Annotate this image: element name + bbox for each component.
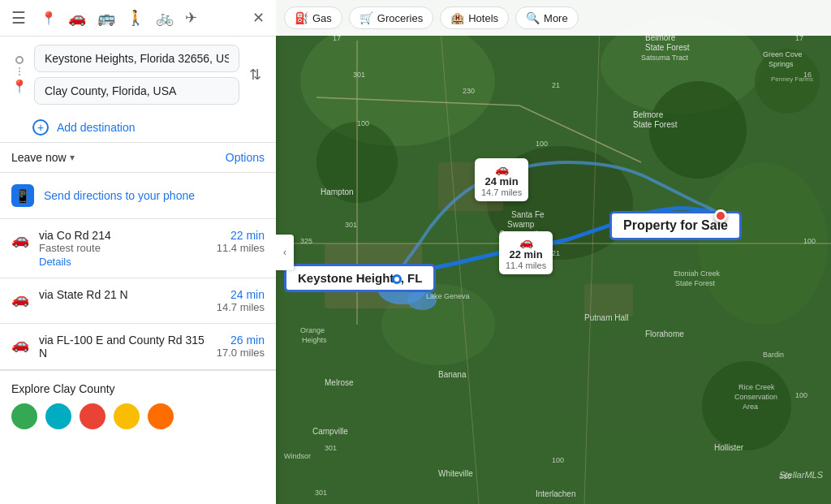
map-filter-bar: ⛽ Gas 🛒 Groceries 🏨 Hotels 🔍 More [276, 0, 831, 36]
explore-dot-2[interactable] [45, 403, 71, 429]
route-sub-1: Fastest route [39, 242, 207, 254]
filter-gas-label: Gas [312, 12, 332, 24]
svg-point-7 [560, 341, 722, 438]
origin-input[interactable] [34, 45, 239, 72]
filter-gas-button[interactable]: ⛽ Gas [284, 6, 342, 29]
gas-icon: ⛽ [295, 11, 308, 24]
svg-text:Hollister: Hollister [714, 443, 744, 452]
svg-text:Conservation: Conservation [734, 393, 777, 401]
route-info-1: via Co Rd 214 Fastest route Details [39, 229, 207, 268]
destination-input[interactable] [34, 77, 239, 105]
svg-text:325: 325 [300, 237, 312, 245]
svg-text:301: 301 [353, 71, 365, 79]
keystone-heights-label: Keystone Heights, FL [284, 264, 436, 292]
route-time-miles-2: 14.7 miles [217, 301, 265, 313]
svg-text:100: 100 [552, 456, 564, 464]
explore-dot-4[interactable] [114, 403, 140, 429]
leave-now-button[interactable]: Leave now ▾ [11, 151, 75, 164]
watermark-label: StellarMLS [779, 470, 823, 480]
route-time-3: 26 min 17.0 miles [217, 334, 265, 359]
route-time-1: 22 min 11.4 miles [217, 229, 265, 254]
callout-time-24: 24 min [484, 175, 518, 187]
destination-map-pin [714, 209, 727, 222]
transport-bike[interactable]: 🚲 [156, 9, 174, 27]
svg-text:Penney Farms: Penney Farms [771, 75, 813, 83]
route-callout-22min: 🚗 22 min 11.4 miles [499, 231, 553, 274]
route-name-3: via FL-100 E and County Rd 315 N [39, 334, 207, 360]
explore-dot-1[interactable] [11, 403, 37, 429]
callout-miles-24: 14.7 miles [481, 187, 522, 197]
left-panel: ☰ 📍 🚗 🚌 🚶 🚲 ✈ ✕ 📍 ⇅ + Add destination [0, 0, 276, 504]
top-bar: ☰ 📍 🚗 🚌 🚶 🚲 ✈ ✕ [0, 0, 276, 37]
map-back-arrow[interactable]: ‹ [276, 235, 294, 270]
leave-now-label: Leave now [11, 151, 67, 164]
options-button[interactable]: Options [226, 151, 265, 164]
svg-text:Springs: Springs [769, 60, 794, 68]
route-inputs: 📍 ⇅ [0, 37, 276, 113]
explore-dot-3[interactable] [80, 403, 105, 429]
explore-dot-5[interactable] [148, 403, 174, 429]
swap-button[interactable]: ⇅ [246, 62, 265, 87]
phone-icon: 📱 [11, 184, 34, 207]
add-destination-button[interactable]: + Add destination [0, 113, 276, 143]
route-time-main-2: 24 min [217, 288, 265, 301]
svg-text:Lake Geneva: Lake Geneva [426, 292, 470, 300]
close-icon[interactable]: ✕ [252, 9, 265, 27]
svg-point-11 [649, 81, 747, 179]
filter-hotels-button[interactable]: 🏨 Hotels [440, 6, 509, 29]
svg-text:Etoniah Creek: Etoniah Creek [674, 269, 721, 278]
filter-groceries-label: Groceries [377, 12, 423, 24]
svg-text:Orange: Orange [300, 326, 325, 334]
filter-more-button[interactable]: 🔍 More [515, 6, 579, 29]
hotels-icon: 🏨 [450, 11, 464, 24]
svg-text:State Forest: State Forest [675, 279, 716, 287]
svg-text:Interlachen: Interlachen [536, 489, 575, 498]
explore-dots [11, 403, 265, 429]
route-name-2: via State Rd 21 N [39, 288, 207, 301]
svg-text:100: 100 [803, 237, 816, 245]
transport-mode-selector: 📍 🚗 🚌 🚶 🚲 ✈ [41, 9, 238, 27]
route-info-2: via State Rd 21 N [39, 288, 207, 301]
transport-drive[interactable]: 🚗 [68, 9, 86, 27]
svg-text:Bardin: Bardin [763, 351, 784, 359]
filter-groceries-button[interactable]: 🛒 Groceries [349, 6, 433, 29]
transport-locate-icon[interactable]: 📍 [41, 11, 57, 26]
svg-text:Rice Creek: Rice Creek [738, 383, 775, 391]
transport-walk[interactable]: 🚶 [127, 9, 144, 27]
route-details-link-1[interactable]: Details [39, 256, 207, 268]
car-icon-2: 🚗 [11, 290, 29, 308]
route-callout-24min: 🚗 24 min 14.7 miles [475, 158, 528, 201]
svg-text:230: 230 [463, 87, 475, 95]
route-time-2: 24 min 14.7 miles [217, 288, 265, 313]
transport-flight[interactable]: ✈ [185, 9, 197, 27]
svg-text:Satsuma Tract: Satsuma Tract [641, 54, 689, 62]
svg-point-2 [300, 16, 495, 146]
map-panel[interactable]: 301 230 21 301 17 17 16 100 Belmore Stat… [276, 0, 831, 504]
svg-text:Banana: Banana [438, 370, 467, 379]
transport-transit[interactable]: 🚌 [97, 9, 115, 27]
origin-dot-indicator [15, 56, 24, 64]
car-icon-3: 🚗 [11, 335, 29, 353]
hamburger-icon[interactable]: ☰ [11, 8, 26, 28]
svg-text:Green Cove: Green Cove [763, 50, 803, 58]
route-option-2[interactable]: 🚗 via State Rd 21 N 24 min 14.7 miles [0, 278, 276, 324]
svg-text:100: 100 [536, 140, 548, 148]
svg-text:100: 100 [357, 119, 369, 127]
route-name-1: via Co Rd 214 [39, 229, 207, 242]
svg-text:Windsor: Windsor [284, 452, 311, 460]
inputs-column [34, 45, 239, 105]
route-time-miles-3: 17.0 miles [217, 347, 265, 359]
explore-title: Explore Clay County [11, 382, 265, 395]
route-option-3[interactable]: 🚗 via FL-100 E and County Rd 315 N 26 mi… [0, 324, 276, 370]
filter-hotels-label: Hotels [468, 12, 498, 24]
send-directions-label: Send directions to your phone [44, 189, 195, 202]
svg-text:Belmore: Belmore [633, 110, 664, 119]
callout-time-22: 22 min [509, 248, 542, 261]
svg-text:Whiteville: Whiteville [438, 469, 473, 478]
send-directions-button[interactable]: 📱 Send directions to your phone [0, 173, 276, 219]
callout-car-icon-24: 🚗 [495, 162, 509, 175]
route-option-1[interactable]: 🚗 via Co Rd 214 Fastest route Details 22… [0, 219, 276, 278]
leave-now-bar: Leave now ▾ Options [0, 143, 276, 173]
add-destination-label: Add destination [57, 121, 136, 134]
svg-text:Santa Fe: Santa Fe [511, 210, 545, 219]
